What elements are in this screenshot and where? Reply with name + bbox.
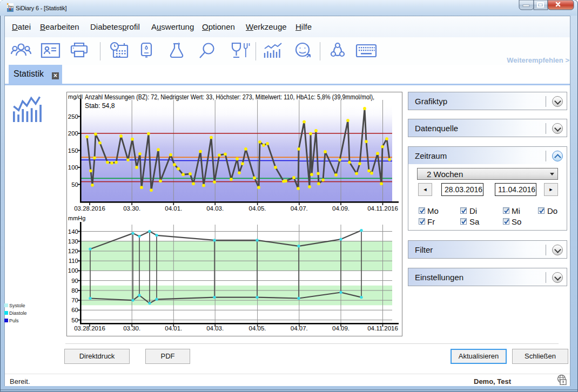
svg-text:mmHg: mmHg <box>68 215 85 221</box>
svg-text:90: 90 <box>71 278 78 284</box>
svg-text:200: 200 <box>68 130 78 137</box>
svg-text:150: 150 <box>68 147 78 154</box>
svg-text:130: 130 <box>68 238 78 245</box>
svg-text:Stab: 54,8: Stab: 54,8 <box>85 102 115 110</box>
svg-text:04.09.: 04.09. <box>332 205 350 212</box>
svg-text:100: 100 <box>68 267 78 274</box>
svg-text:70: 70 <box>71 297 78 303</box>
svg-text:04.01.: 04.01. <box>165 325 182 332</box>
svg-text:120: 120 <box>68 248 78 254</box>
svg-text:100: 100 <box>68 164 78 171</box>
svg-text:mg/dl: mg/dl <box>68 93 83 100</box>
svg-text:250: 250 <box>68 113 78 120</box>
svg-text:03.30.: 03.30. <box>123 205 140 212</box>
svg-text:110: 110 <box>69 258 78 264</box>
svg-text:04.03.: 04.03. <box>206 325 224 332</box>
svg-text:04.05.: 04.05. <box>249 205 266 212</box>
svg-text:04.01.: 04.01. <box>165 205 182 212</box>
svg-text:Diary: Diary <box>8 5 14 8</box>
svg-text:03.30.: 03.30. <box>123 325 140 332</box>
svg-text:Anzahl Messungen (BZ): 72, Nie: Anzahl Messungen (BZ): 72, Niedrigster W… <box>85 93 374 101</box>
svg-text:04.11.2016: 04.11.2016 <box>367 325 398 332</box>
svg-text:50: 50 <box>71 181 78 188</box>
svg-text:03.28.2016: 03.28.2016 <box>74 325 105 332</box>
svg-text:80: 80 <box>71 287 78 294</box>
svg-text:60: 60 <box>71 307 78 313</box>
svg-text:04.07.: 04.07. <box>291 205 308 212</box>
svg-text:50: 50 <box>71 317 78 323</box>
svg-text:140: 140 <box>68 228 78 235</box>
svg-text:04.07.: 04.07. <box>291 325 308 332</box>
svg-text:04.03.: 04.03. <box>206 205 224 212</box>
svg-text:04.09.: 04.09. <box>332 325 350 332</box>
svg-text:04.05.: 04.05. <box>249 325 266 332</box>
svg-text:03.28.2016: 03.28.2016 <box>74 205 105 212</box>
svg-text:04.11.2016: 04.11.2016 <box>367 205 398 212</box>
